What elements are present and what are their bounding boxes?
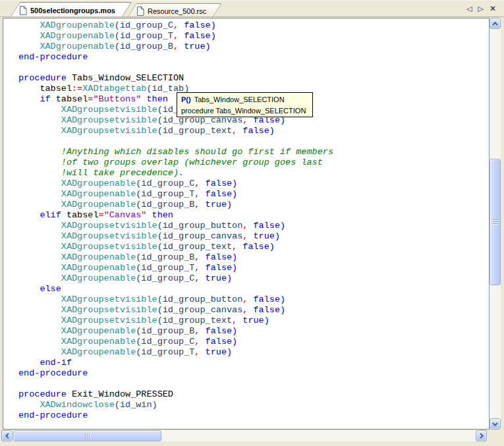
code-line: elif tabsel="Canvas" then — [18, 210, 489, 221]
tab-resource-500-rsc[interactable]: Resource_500.rsc — [128, 3, 213, 16]
scroll-down-button[interactable] — [490, 418, 501, 430]
scroll-left-button[interactable] — [1, 430, 13, 441]
vertical-scroll-track[interactable] — [490, 29, 501, 418]
tooltip-symbol-name: Tabs_Window_SELECTION — [194, 96, 285, 103]
chevron-left-icon — [5, 433, 9, 439]
code-line: end-procedure — [18, 368, 489, 379]
chevron-up-icon — [492, 22, 498, 26]
code-line: XADgroupenable(id_group_B, true) — [18, 200, 489, 210]
code-line: XADgroupsetvisible(id_group_button, fals… — [18, 294, 489, 305]
code-line: end-procedure — [18, 410, 489, 421]
code-line: XADgroupenable(id_group_T, false) — [18, 189, 489, 200]
code-line: XADgroupsetvisible(id_group_button, fals… — [18, 221, 489, 231]
bottom-strip — [0, 441, 504, 446]
document-icon — [136, 7, 144, 16]
tab-bar: 500selectiongroups.mosResource_500.rsc ◁… — [0, 1, 504, 17]
code-line — [18, 63, 489, 73]
code-line: XADgroupsetvisible(id_group_text, false) — [18, 242, 489, 252]
code-line: procedure Exit_Window_PRESSED — [18, 389, 489, 400]
code-line: XADgroupenable(id_group_C, false) — [18, 20, 489, 31]
code-line: XADgroupenable(id_group_T, false) — [18, 263, 489, 273]
code-line: XADgroupenable(id_group_C, true) — [18, 273, 489, 284]
tab-nav-controls: ◁ ▷ ✕ — [466, 5, 504, 16]
code-line: XADgroupsetvisible(id_group_text, true) — [18, 316, 489, 326]
scrollbar-corner-spacer — [487, 430, 504, 441]
code-line: XADgroupenable(id_group_C, false) — [18, 179, 489, 189]
code-line: end-if — [18, 358, 489, 368]
scroll-up-button[interactable] — [490, 18, 501, 29]
close-tab-button[interactable]: ✕ — [490, 5, 496, 13]
code-line: XADgroupsetvisible(id_group_text, false) — [18, 126, 489, 136]
code-line: XADgroupenable(id_group_T, true) — [18, 347, 489, 358]
scroll-right-button[interactable] — [476, 430, 487, 441]
code-line: !Anything which disables should go first… — [18, 147, 489, 157]
tab-500selectiongroups-mos[interactable]: 500selectiongroups.mos — [11, 2, 123, 16]
code-line: XADwindowclose(id_win) — [18, 400, 489, 410]
code-line — [18, 136, 489, 147]
tooltip-title-row: P() Tabs_Window_SELECTION — [177, 94, 312, 105]
chevron-down-icon — [492, 422, 498, 426]
horizontal-scroll-thumb[interactable] — [13, 430, 161, 441]
tab-label: Resource_500.rsc — [148, 7, 206, 15]
tab-scroll-right-button[interactable]: ▷ — [478, 5, 483, 13]
code-line: XADgroupenable(id_group_B, false) — [18, 252, 489, 263]
code-line: !will take precedence). — [18, 168, 489, 179]
chevron-right-icon — [480, 433, 484, 439]
code-line: !of two groups overlap (whichever group … — [18, 157, 489, 168]
tab-scroll-left-button[interactable]: ◁ — [466, 5, 472, 13]
horizontal-scroll-track[interactable] — [13, 430, 476, 441]
document-icon — [19, 6, 27, 15]
tab-label: 500selectiongroups.mos — [30, 7, 115, 14]
editor-window: 500selectiongroups.mosResource_500.rsc ◁… — [0, 0, 504, 446]
vertical-scrollbar — [490, 18, 501, 430]
tooltip-signature: procedure Tabs_Window_SELECTION — [181, 107, 306, 115]
procedure-icon: P() — [181, 96, 191, 103]
code-line: else — [18, 284, 489, 294]
code-editor[interactable]: XADgroupenable(id_group_C, false) XADgro… — [3, 18, 490, 430]
main-area: XADgroupenable(id_group_C, false) XADgro… — [0, 17, 504, 430]
code-line: XADgroupenable(id_group_B, true) — [18, 42, 489, 52]
tooltip-signature-row: procedure Tabs_Window_SELECTION — [177, 105, 312, 116]
code-content: XADgroupenable(id_group_C, false) XADgro… — [3, 18, 489, 421]
code-line: XADgroupsetvisible(id_group_canvas, fals… — [18, 305, 489, 316]
code-line: XADgroupsetvisible(id_group_canvas, true… — [18, 231, 489, 242]
tab-strip: 500selectiongroups.mosResource_500.rsc — [0, 1, 219, 16]
code-line: XADgroupenable(id_group_T, false) — [18, 31, 489, 42]
horizontal-scrollbar — [0, 430, 504, 441]
code-line — [18, 379, 489, 389]
code-line: XADgroupenable(id_group_C, false) — [18, 337, 489, 347]
vertical-scroll-thumb[interactable] — [490, 159, 501, 285]
code-line: end-procedure — [18, 52, 489, 63]
code-line: XADgroupenable(id_group_B, false) — [18, 326, 489, 337]
symbol-tooltip: P() Tabs_Window_SELECTION procedure Tabs… — [177, 92, 313, 117]
code-line: procedure Tabs_Window_SELECTION — [18, 73, 489, 84]
